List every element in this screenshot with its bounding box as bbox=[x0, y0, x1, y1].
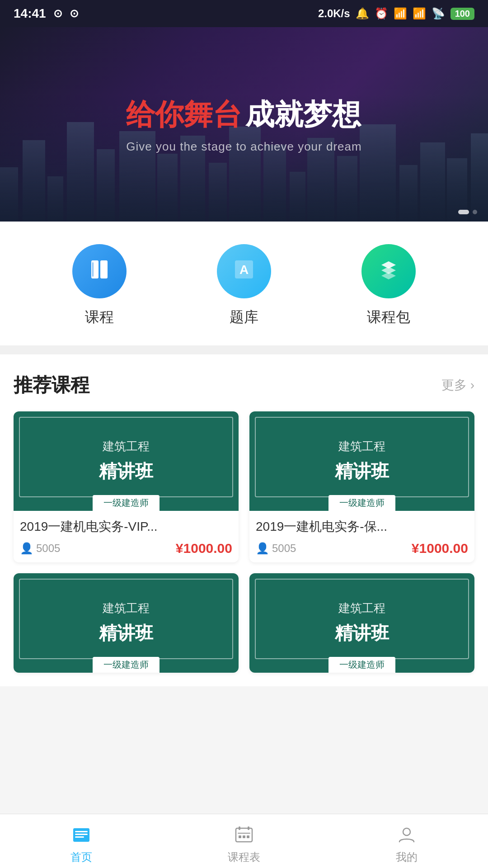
recommend-section: 推荐课程 更多 › 建筑工程 精讲班 一级建造师 2019一建机电实务-VIP.… bbox=[0, 354, 488, 686]
package-icon-circle bbox=[361, 244, 416, 298]
mine-nav-label: 我的 bbox=[396, 850, 418, 864]
quick-menu: 课程 A 题库 课程包 bbox=[0, 222, 488, 345]
home-nav-label: 首页 bbox=[70, 850, 92, 864]
signal-icon: 📶 bbox=[394, 7, 407, 20]
banner-dots bbox=[458, 210, 477, 214]
course-card-3[interactable]: 建筑工程 精讲班 一级建造师 bbox=[14, 573, 239, 673]
course-card-2[interactable]: 建筑工程 精讲班 一级建造师 2019一建机电实务-保... 👤 5005 ¥1… bbox=[249, 411, 474, 562]
course-students-1: 👤 5005 bbox=[20, 542, 60, 555]
svg-rect-8 bbox=[75, 836, 84, 838]
svg-rect-10 bbox=[239, 826, 240, 830]
course-icon bbox=[88, 258, 111, 285]
bottom-spacer bbox=[0, 686, 488, 750]
course-meta-1: 👤 5005 ¥1000.00 bbox=[20, 541, 232, 556]
course-label: 课程 bbox=[85, 307, 114, 327]
course-info-2: 2019一建机电实务-保... 👤 5005 ¥1000.00 bbox=[249, 511, 474, 562]
svg-rect-14 bbox=[243, 835, 245, 838]
course-thumb-2: 建筑工程 精讲班 一级建造师 bbox=[249, 411, 474, 511]
questions-icon-circle: A bbox=[217, 244, 271, 298]
status-time: 14:41 bbox=[14, 6, 46, 21]
course-name-2: 2019一建机电实务-保... bbox=[256, 518, 468, 535]
camera-icon: ⊙ bbox=[53, 7, 62, 20]
thumb-border-2 bbox=[255, 417, 469, 497]
person-icon-2: 👤 bbox=[256, 542, 269, 555]
thumb-title-4: 建筑工程 bbox=[338, 600, 385, 616]
hero-text-block: 给你舞台 成就梦想 Give you the stage to achieve … bbox=[126, 95, 361, 154]
package-label: 课程包 bbox=[367, 307, 410, 327]
thumb-main-4: 精讲班 bbox=[335, 621, 389, 646]
nav-item-mine[interactable]: 我的 bbox=[325, 818, 488, 864]
svg-text:A: A bbox=[239, 263, 249, 277]
wifi-icon: 📡 bbox=[432, 7, 445, 20]
hero-title-red: 给你舞台 bbox=[126, 95, 242, 134]
status-right: 2.0K/s 🔔 ⏰ 📶 📶 📡 100 bbox=[318, 7, 474, 20]
svg-rect-11 bbox=[248, 826, 249, 830]
thumb-border-1 bbox=[19, 417, 233, 497]
course-name-1: 2019一建机电实务-VIP... bbox=[20, 518, 232, 535]
questions-label: 题库 bbox=[230, 307, 258, 327]
mine-icon bbox=[395, 823, 418, 846]
svg-rect-12 bbox=[238, 833, 250, 834]
course-price-1: ¥1000.00 bbox=[176, 541, 232, 556]
thumb-title-1: 建筑工程 bbox=[103, 439, 150, 454]
thumb-main-2: 精讲班 bbox=[335, 459, 389, 484]
course-price-2: ¥1000.00 bbox=[412, 541, 468, 556]
course-grid: 建筑工程 精讲班 一级建造师 2019一建机电实务-VIP... 👤 5005 … bbox=[14, 411, 474, 673]
thumb-badge-2: 一级建造师 bbox=[328, 495, 395, 511]
thumb-badge-4: 一级建造师 bbox=[328, 657, 395, 673]
course-info-1: 2019一建机电实务-VIP... 👤 5005 ¥1000.00 bbox=[14, 511, 239, 562]
nav-item-home[interactable]: 首页 bbox=[0, 818, 163, 864]
hero-subtitle: Give you the stage to achieve your dream bbox=[126, 140, 361, 154]
course-thumb-4: 建筑工程 精讲班 一级建造师 bbox=[249, 573, 474, 673]
section-divider bbox=[0, 345, 488, 354]
course-card-1[interactable]: 建筑工程 精讲班 一级建造师 2019一建机电实务-VIP... 👤 5005 … bbox=[14, 411, 239, 562]
section-title: 推荐课程 bbox=[14, 373, 89, 398]
camera2-icon: ⊙ bbox=[70, 7, 79, 20]
thumb-main-3: 精讲班 bbox=[99, 621, 153, 646]
thumb-badge-3: 一级建造师 bbox=[93, 657, 160, 673]
hero-title-white: 成就梦想 bbox=[245, 95, 361, 134]
schedule-icon bbox=[232, 823, 256, 846]
thumb-title-3: 建筑工程 bbox=[103, 600, 150, 616]
nav-item-schedule[interactable]: 课程表 bbox=[163, 818, 325, 864]
schedule-nav-label: 课程表 bbox=[228, 850, 260, 864]
thumb-main-1: 精讲班 bbox=[99, 459, 153, 484]
dot-active bbox=[458, 210, 469, 214]
thumb-badge-1: 一级建造师 bbox=[93, 495, 160, 511]
signal2-icon: 📶 bbox=[413, 7, 426, 20]
network-speed: 2.0K/s bbox=[318, 7, 350, 20]
svg-rect-1 bbox=[100, 260, 108, 278]
section-header: 推荐课程 更多 › bbox=[14, 373, 474, 398]
svg-rect-6 bbox=[75, 831, 88, 832]
svg-rect-2 bbox=[92, 262, 94, 277]
svg-rect-9 bbox=[236, 828, 252, 842]
mute-icon: 🔔 bbox=[356, 7, 369, 20]
course-thumb-1: 建筑工程 精讲班 一级建造师 bbox=[14, 411, 239, 511]
thumb-border-3 bbox=[19, 579, 233, 659]
thumb-title-2: 建筑工程 bbox=[338, 439, 385, 454]
svg-rect-7 bbox=[75, 834, 88, 835]
quick-item-questions[interactable]: A 题库 bbox=[172, 244, 316, 327]
hero-title: 给你舞台 成就梦想 bbox=[126, 95, 361, 134]
quick-item-package[interactable]: 课程包 bbox=[316, 244, 461, 327]
svg-rect-13 bbox=[239, 835, 241, 838]
quick-item-course[interactable]: 课程 bbox=[27, 244, 172, 327]
thumb-border-4 bbox=[255, 579, 469, 659]
hero-banner: 给你舞台 成就梦想 Give you the stage to achieve … bbox=[0, 27, 488, 222]
course-card-4[interactable]: 建筑工程 精讲班 一级建造师 bbox=[249, 573, 474, 673]
package-icon bbox=[377, 258, 400, 285]
more-link[interactable]: 更多 › bbox=[441, 377, 474, 394]
svg-rect-15 bbox=[247, 835, 249, 838]
questions-icon: A bbox=[232, 258, 256, 285]
svg-point-16 bbox=[403, 828, 410, 835]
bottom-nav: 首页 课程表 我的 bbox=[0, 814, 488, 868]
course-meta-2: 👤 5005 ¥1000.00 bbox=[256, 541, 468, 556]
course-students-2: 👤 5005 bbox=[256, 542, 296, 555]
alarm-icon: ⏰ bbox=[375, 7, 388, 20]
status-bar: 14:41 ⊙ ⊙ 2.0K/s 🔔 ⏰ 📶 📶 📡 100 bbox=[0, 0, 488, 27]
person-icon-1: 👤 bbox=[20, 542, 33, 555]
dot-inactive bbox=[473, 210, 477, 214]
home-icon bbox=[70, 823, 93, 846]
course-thumb-3: 建筑工程 精讲班 一级建造师 bbox=[14, 573, 239, 673]
status-left: 14:41 ⊙ ⊙ bbox=[14, 6, 79, 21]
